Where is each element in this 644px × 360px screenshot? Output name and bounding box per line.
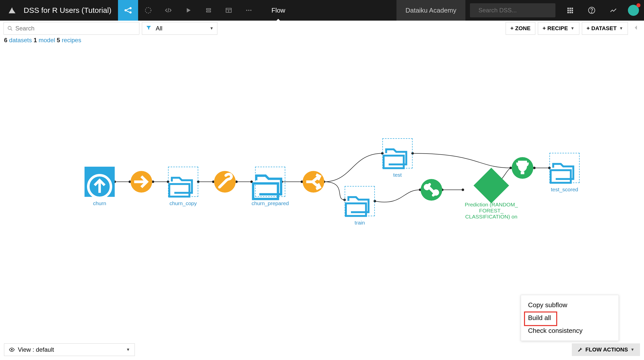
subtoolbar: All ▼ + ZONE + RECIPE▼ + DATASET▼ xyxy=(4,22,640,35)
dataset-test[interactable]: test xyxy=(382,138,413,178)
view-label: View : default xyxy=(18,346,54,353)
filter-dropdown[interactable]: All ▼ xyxy=(142,22,217,35)
datasets-count: 6 xyxy=(4,37,7,43)
dataiku-logo-icon[interactable] xyxy=(5,3,19,17)
apps-icon[interactable] xyxy=(563,3,577,17)
circle-icon[interactable] xyxy=(138,0,158,21)
project-title[interactable]: DSS for R Users (Tutorial) xyxy=(24,6,118,15)
recipe-score[interactable] xyxy=(512,157,533,179)
code-icon[interactable] xyxy=(158,0,178,21)
chevron-down-icon: ▼ xyxy=(126,347,130,352)
svg-point-3 xyxy=(145,8,151,13)
chevron-down-icon: ▼ xyxy=(210,26,214,31)
add-dataset-label: + DATASET xyxy=(587,25,617,32)
recipes-link[interactable]: recipes xyxy=(62,37,81,43)
svg-point-8 xyxy=(248,10,250,11)
svg-rect-11 xyxy=(568,8,569,9)
recipe-prepare[interactable] xyxy=(214,171,236,193)
svg-rect-19 xyxy=(572,12,573,13)
view-selector[interactable]: View : default ▼ xyxy=(4,343,135,356)
filter-icon xyxy=(146,25,152,32)
svg-point-50 xyxy=(533,167,535,169)
svg-rect-12 xyxy=(570,8,571,9)
recipe-split[interactable] xyxy=(303,171,324,193)
model-prediction[interactable]: Prediction (RANDOM_ FOREST_ CLASSIFICATI… xyxy=(464,173,519,220)
flow-tab-icon[interactable] xyxy=(118,0,138,21)
user-avatar[interactable] xyxy=(628,5,639,16)
flow-actions-label: FLOW ACTIONS xyxy=(585,346,628,353)
chevron-down-icon: ▼ xyxy=(619,26,623,31)
datasets-link[interactable]: datasets xyxy=(9,37,32,43)
svg-rect-23 xyxy=(634,26,635,30)
collapse-panel-icon[interactable] xyxy=(632,23,640,33)
eye-icon xyxy=(9,347,15,353)
svg-rect-5 xyxy=(207,11,211,12)
recipes-count: 5 xyxy=(57,37,60,43)
play-icon[interactable] xyxy=(178,0,198,21)
dataset-churn-copy[interactable]: churn_copy xyxy=(168,167,198,206)
wrench-icon xyxy=(577,347,583,352)
svg-rect-18 xyxy=(570,12,571,13)
model-count: 1 xyxy=(33,37,37,43)
dataset-churn-prepared[interactable]: churn_prepared xyxy=(252,167,289,206)
more-icon[interactable] xyxy=(239,0,259,21)
node-label: Prediction (RANDOM_ FOREST_ CLASSIFICATI… xyxy=(464,202,519,220)
help-icon[interactable] xyxy=(585,3,599,17)
svg-rect-16 xyxy=(572,10,573,11)
filter-label: All xyxy=(156,25,163,32)
svg-rect-4 xyxy=(207,9,211,10)
svg-point-28 xyxy=(152,181,154,183)
stack-icon[interactable] xyxy=(198,0,219,21)
recipe-train[interactable] xyxy=(421,179,442,201)
model-link[interactable]: model xyxy=(38,37,55,43)
add-recipe-button[interactable]: + RECIPE▼ xyxy=(538,22,579,35)
flow-actions-button[interactable]: FLOW ACTIONS ▼ xyxy=(572,343,640,356)
svg-point-34 xyxy=(235,181,237,183)
global-search-input[interactable] xyxy=(478,7,554,14)
svg-point-53 xyxy=(425,185,429,189)
dataset-train[interactable]: train xyxy=(345,186,375,226)
dataset-churn[interactable]: churn xyxy=(85,167,115,206)
dashboard-icon[interactable] xyxy=(219,0,239,21)
add-recipe-label: + RECIPE xyxy=(543,25,568,32)
flow-search[interactable] xyxy=(4,22,139,35)
topbar: DSS for R Users (Tutorial) Flow Dataiku … xyxy=(0,0,644,21)
svg-rect-13 xyxy=(572,8,573,9)
academy-link[interactable]: Dataiku Academy xyxy=(396,0,465,21)
menu-copy-subflow[interactable]: Copy subflow xyxy=(521,299,619,311)
menu-build-all[interactable]: Build all xyxy=(521,311,619,324)
svg-point-22 xyxy=(8,26,11,30)
flow-actions-menu: Copy subflow Build all Check consistency xyxy=(521,295,619,341)
search-icon xyxy=(7,26,13,31)
flow-summary: 6 datasets 1 model 5 recipes xyxy=(4,37,640,44)
tab-flow-label[interactable]: Flow xyxy=(271,7,285,14)
recipe-sync[interactable] xyxy=(131,171,152,193)
global-search[interactable] xyxy=(470,3,555,17)
activity-icon[interactable] xyxy=(606,3,620,17)
svg-point-54 xyxy=(434,191,438,194)
svg-point-21 xyxy=(591,12,592,13)
svg-point-9 xyxy=(250,10,252,11)
add-zone-button[interactable]: + ZONE xyxy=(506,22,535,35)
svg-rect-17 xyxy=(568,12,569,13)
menu-check-consistency[interactable]: Check consistency xyxy=(521,324,619,337)
chevron-down-icon: ▼ xyxy=(571,26,575,31)
svg-point-61 xyxy=(11,349,13,350)
add-dataset-button[interactable]: + DATASET▼ xyxy=(582,22,628,35)
chevron-down-icon: ▼ xyxy=(630,347,634,352)
flow-search-input[interactable] xyxy=(15,25,136,32)
dataset-test-scored[interactable]: test_scored xyxy=(549,153,580,193)
svg-rect-15 xyxy=(570,10,571,11)
svg-point-7 xyxy=(246,10,247,11)
svg-rect-14 xyxy=(568,10,569,11)
